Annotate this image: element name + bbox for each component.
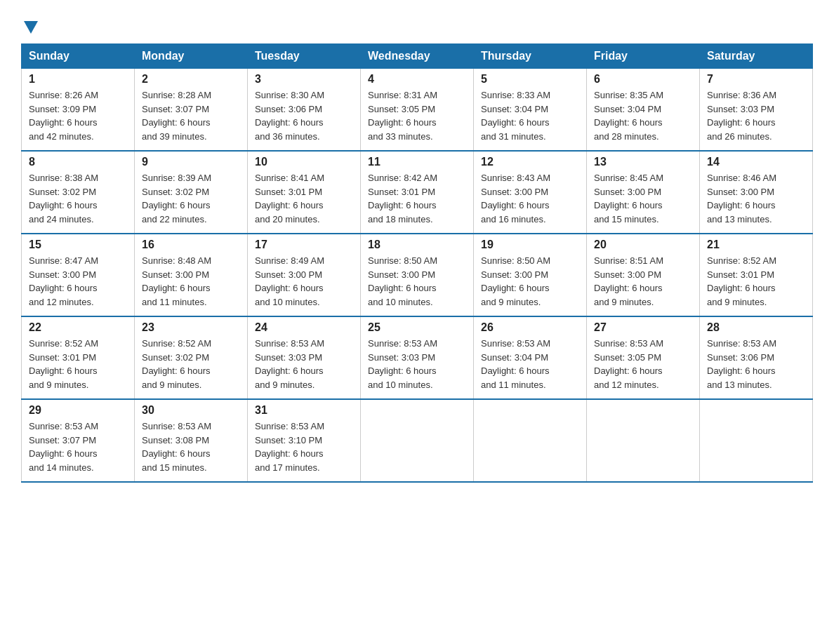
calendar-cell: 16 Sunrise: 8:48 AM Sunset: 3:00 PM Dayl… — [135, 234, 248, 316]
calendar-cell: 20 Sunrise: 8:51 AM Sunset: 3:00 PM Dayl… — [587, 234, 700, 316]
calendar-cell: 28 Sunrise: 8:53 AM Sunset: 3:06 PM Dayl… — [700, 316, 813, 399]
calendar-cell: 6 Sunrise: 8:35 AM Sunset: 3:04 PM Dayli… — [587, 69, 700, 152]
calendar-cell — [361, 399, 474, 482]
calendar-table: SundayMondayTuesdayWednesdayThursdayFrid… — [21, 43, 813, 483]
calendar-cell: 26 Sunrise: 8:53 AM Sunset: 3:04 PM Dayl… — [474, 316, 587, 399]
day-info: Sunrise: 8:45 AM Sunset: 3:00 PM Dayligh… — [594, 171, 692, 226]
day-number: 21 — [707, 239, 805, 251]
day-info: Sunrise: 8:51 AM Sunset: 3:00 PM Dayligh… — [594, 254, 692, 309]
day-number: 19 — [481, 239, 579, 251]
calendar-cell: 22 Sunrise: 8:52 AM Sunset: 3:01 PM Dayl… — [22, 316, 135, 399]
day-info: Sunrise: 8:41 AM Sunset: 3:01 PM Dayligh… — [255, 171, 353, 226]
day-info: Sunrise: 8:30 AM Sunset: 3:06 PM Dayligh… — [255, 88, 353, 143]
day-info: Sunrise: 8:26 AM Sunset: 3:09 PM Dayligh… — [29, 88, 127, 143]
calendar-header-wednesday: Wednesday — [361, 44, 474, 69]
calendar-header-saturday: Saturday — [700, 44, 813, 69]
page-header — [21, 14, 813, 31]
day-info: Sunrise: 8:53 AM Sunset: 3:05 PM Dayligh… — [594, 337, 692, 391]
calendar-cell: 30 Sunrise: 8:53 AM Sunset: 3:08 PM Dayl… — [135, 399, 248, 482]
day-number: 6 — [594, 73, 692, 86]
logo-arrow-icon — [24, 21, 38, 34]
day-info: Sunrise: 8:49 AM Sunset: 3:00 PM Dayligh… — [255, 254, 353, 309]
day-number: 20 — [594, 239, 692, 251]
day-number: 3 — [255, 73, 353, 86]
day-number: 26 — [481, 321, 579, 334]
day-number: 31 — [255, 404, 353, 417]
day-number: 17 — [255, 239, 353, 251]
day-info: Sunrise: 8:28 AM Sunset: 3:07 PM Dayligh… — [142, 88, 240, 143]
day-info: Sunrise: 8:53 AM Sunset: 3:03 PM Dayligh… — [255, 337, 353, 391]
calendar-week-2: 8 Sunrise: 8:38 AM Sunset: 3:02 PM Dayli… — [22, 151, 813, 234]
calendar-cell: 9 Sunrise: 8:39 AM Sunset: 3:02 PM Dayli… — [135, 151, 248, 234]
day-info: Sunrise: 8:38 AM Sunset: 3:02 PM Dayligh… — [29, 171, 127, 226]
day-info: Sunrise: 8:50 AM Sunset: 3:00 PM Dayligh… — [481, 254, 579, 309]
calendar-cell: 3 Sunrise: 8:30 AM Sunset: 3:06 PM Dayli… — [248, 69, 361, 152]
calendar-cell: 17 Sunrise: 8:49 AM Sunset: 3:00 PM Dayl… — [248, 234, 361, 316]
day-number: 7 — [707, 73, 805, 86]
day-number: 22 — [29, 321, 127, 334]
calendar-header-thursday: Thursday — [474, 44, 587, 69]
day-number: 28 — [707, 321, 805, 334]
calendar-cell — [587, 399, 700, 482]
day-number: 10 — [255, 156, 353, 168]
day-info: Sunrise: 8:53 AM Sunset: 3:03 PM Dayligh… — [368, 337, 466, 391]
day-number: 13 — [594, 156, 692, 168]
day-info: Sunrise: 8:46 AM Sunset: 3:00 PM Dayligh… — [707, 171, 805, 226]
day-info: Sunrise: 8:39 AM Sunset: 3:02 PM Dayligh… — [142, 171, 240, 226]
day-info: Sunrise: 8:52 AM Sunset: 3:02 PM Dayligh… — [142, 337, 240, 391]
calendar-cell: 15 Sunrise: 8:47 AM Sunset: 3:00 PM Dayl… — [22, 234, 135, 316]
day-info: Sunrise: 8:35 AM Sunset: 3:04 PM Dayligh… — [594, 88, 692, 143]
calendar-week-5: 29 Sunrise: 8:53 AM Sunset: 3:07 PM Dayl… — [22, 399, 813, 482]
day-number: 4 — [368, 73, 466, 86]
day-info: Sunrise: 8:36 AM Sunset: 3:03 PM Dayligh… — [707, 88, 805, 143]
day-number: 9 — [142, 156, 240, 168]
calendar-cell: 29 Sunrise: 8:53 AM Sunset: 3:07 PM Dayl… — [22, 399, 135, 482]
calendar-cell: 14 Sunrise: 8:46 AM Sunset: 3:00 PM Dayl… — [700, 151, 813, 234]
calendar-cell: 11 Sunrise: 8:42 AM Sunset: 3:01 PM Dayl… — [361, 151, 474, 234]
day-info: Sunrise: 8:53 AM Sunset: 3:04 PM Dayligh… — [481, 337, 579, 391]
calendar-cell: 4 Sunrise: 8:31 AM Sunset: 3:05 PM Dayli… — [361, 69, 474, 152]
day-info: Sunrise: 8:33 AM Sunset: 3:04 PM Dayligh… — [481, 88, 579, 143]
calendar-cell: 10 Sunrise: 8:41 AM Sunset: 3:01 PM Dayl… — [248, 151, 361, 234]
calendar-cell — [474, 399, 587, 482]
calendar-week-4: 22 Sunrise: 8:52 AM Sunset: 3:01 PM Dayl… — [22, 316, 813, 399]
day-number: 12 — [481, 156, 579, 168]
calendar-header-tuesday: Tuesday — [248, 44, 361, 69]
calendar-header-friday: Friday — [587, 44, 700, 69]
calendar-header-row: SundayMondayTuesdayWednesdayThursdayFrid… — [22, 44, 813, 69]
calendar-cell: 23 Sunrise: 8:52 AM Sunset: 3:02 PM Dayl… — [135, 316, 248, 399]
day-info: Sunrise: 8:53 AM Sunset: 3:06 PM Dayligh… — [707, 337, 805, 391]
calendar-cell: 5 Sunrise: 8:33 AM Sunset: 3:04 PM Dayli… — [474, 69, 587, 152]
day-number: 18 — [368, 239, 466, 251]
logo — [21, 20, 38, 31]
day-info: Sunrise: 8:53 AM Sunset: 3:10 PM Dayligh… — [255, 420, 353, 474]
calendar-body: 1 Sunrise: 8:26 AM Sunset: 3:09 PM Dayli… — [22, 69, 813, 483]
calendar-week-3: 15 Sunrise: 8:47 AM Sunset: 3:00 PM Dayl… — [22, 234, 813, 316]
calendar-cell: 31 Sunrise: 8:53 AM Sunset: 3:10 PM Dayl… — [248, 399, 361, 482]
day-number: 11 — [368, 156, 466, 168]
calendar-cell: 19 Sunrise: 8:50 AM Sunset: 3:00 PM Dayl… — [474, 234, 587, 316]
calendar-cell: 18 Sunrise: 8:50 AM Sunset: 3:00 PM Dayl… — [361, 234, 474, 316]
day-number: 15 — [29, 239, 127, 251]
calendar-week-1: 1 Sunrise: 8:26 AM Sunset: 3:09 PM Dayli… — [22, 69, 813, 152]
day-info: Sunrise: 8:53 AM Sunset: 3:08 PM Dayligh… — [142, 420, 240, 474]
calendar-cell: 21 Sunrise: 8:52 AM Sunset: 3:01 PM Dayl… — [700, 234, 813, 316]
day-number: 16 — [142, 239, 240, 251]
day-number: 8 — [29, 156, 127, 168]
calendar-cell: 12 Sunrise: 8:43 AM Sunset: 3:00 PM Dayl… — [474, 151, 587, 234]
day-info: Sunrise: 8:52 AM Sunset: 3:01 PM Dayligh… — [707, 254, 805, 309]
calendar-cell: 2 Sunrise: 8:28 AM Sunset: 3:07 PM Dayli… — [135, 69, 248, 152]
day-number: 29 — [29, 404, 127, 417]
calendar-cell: 8 Sunrise: 8:38 AM Sunset: 3:02 PM Dayli… — [22, 151, 135, 234]
calendar-header-sunday: Sunday — [22, 44, 135, 69]
calendar-cell: 25 Sunrise: 8:53 AM Sunset: 3:03 PM Dayl… — [361, 316, 474, 399]
calendar-cell: 1 Sunrise: 8:26 AM Sunset: 3:09 PM Dayli… — [22, 69, 135, 152]
day-info: Sunrise: 8:47 AM Sunset: 3:00 PM Dayligh… — [29, 254, 127, 309]
day-number: 1 — [29, 73, 127, 86]
day-number: 2 — [142, 73, 240, 86]
day-number: 14 — [707, 156, 805, 168]
calendar-cell: 27 Sunrise: 8:53 AM Sunset: 3:05 PM Dayl… — [587, 316, 700, 399]
day-info: Sunrise: 8:43 AM Sunset: 3:00 PM Dayligh… — [481, 171, 579, 226]
day-info: Sunrise: 8:31 AM Sunset: 3:05 PM Dayligh… — [368, 88, 466, 143]
day-number: 25 — [368, 321, 466, 334]
